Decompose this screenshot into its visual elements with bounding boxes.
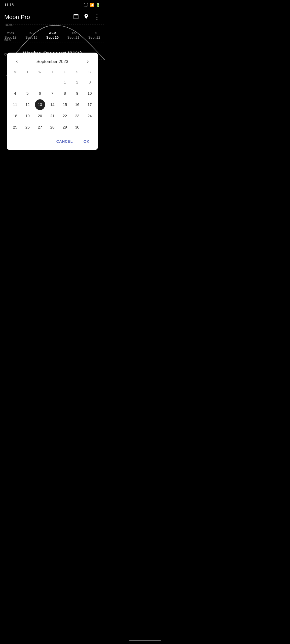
cal-day-25[interactable]: 25 xyxy=(10,122,20,133)
cal-day-empty xyxy=(85,122,95,133)
calendar-weekdays: M T W T F S S xyxy=(7,69,98,76)
cal-day-16[interactable]: 16 xyxy=(72,99,82,110)
cal-weekday-w: W xyxy=(34,69,46,76)
cal-day-8[interactable]: 8 xyxy=(60,88,70,99)
ok-button[interactable]: OK xyxy=(79,137,94,146)
cal-weekday-f: F xyxy=(59,69,71,76)
cal-day-10[interactable]: 10 xyxy=(85,88,95,99)
cal-day-27[interactable]: 27 xyxy=(35,122,45,133)
cal-day-12[interactable]: 12 xyxy=(22,99,32,110)
cal-day-2[interactable]: 2 xyxy=(72,77,82,87)
cal-day-4[interactable]: 4 xyxy=(10,88,20,99)
cancel-button[interactable]: CANCEL xyxy=(52,137,77,146)
cal-weekday-s1: S xyxy=(71,69,83,76)
location-icon[interactable] xyxy=(83,13,89,21)
cal-day-1[interactable]: 1 xyxy=(60,77,70,87)
app-title: Moon Pro xyxy=(4,14,30,21)
cal-weekday-t1: T xyxy=(21,69,34,76)
cal-day-empty xyxy=(35,77,45,87)
calendar-header: September 2023 xyxy=(7,53,98,69)
cal-weekday-s2: S xyxy=(84,69,96,76)
cal-day-11[interactable]: 11 xyxy=(10,99,20,110)
cal-day-18[interactable]: 18 xyxy=(10,111,20,121)
header-icons: ⋮ xyxy=(73,13,101,21)
cal-day-empty xyxy=(22,77,32,87)
cal-day-19[interactable]: 19 xyxy=(22,111,32,121)
status-bar: 11:16 📶 🔋 xyxy=(0,0,105,10)
next-month-button[interactable] xyxy=(83,57,93,67)
cal-day-22[interactable]: 22 xyxy=(60,111,70,121)
cal-day-5[interactable]: 5 xyxy=(22,88,32,99)
battery-icon: 🔋 xyxy=(96,3,100,7)
cal-day-3[interactable]: 3 xyxy=(85,77,95,87)
prev-month-button[interactable] xyxy=(12,57,22,67)
cal-day-24[interactable]: 24 xyxy=(85,111,95,121)
cal-day-6[interactable]: 6 xyxy=(35,88,45,99)
cal-day-15[interactable]: 15 xyxy=(60,99,70,110)
cal-day-17[interactable]: 17 xyxy=(85,99,95,110)
cal-day-26[interactable]: 26 xyxy=(22,122,32,133)
cal-weekday-m: M xyxy=(9,69,21,76)
cal-day-14[interactable]: 14 xyxy=(47,99,57,110)
cal-day-21[interactable]: 21 xyxy=(47,111,57,121)
cal-day-28[interactable]: 28 xyxy=(47,122,57,133)
cal-day-7[interactable]: 7 xyxy=(47,88,57,99)
calendar-dialog: September 2023 M T W T F S S 12345678910… xyxy=(7,53,98,150)
cal-day-13[interactable]: 13 xyxy=(35,99,45,110)
cal-day-30[interactable]: 30 xyxy=(72,122,82,133)
wifi-icon: 📶 xyxy=(90,3,94,7)
status-time: 11:16 xyxy=(4,3,14,7)
cal-day-20[interactable]: 20 xyxy=(35,111,45,121)
cal-day-23[interactable]: 23 xyxy=(72,111,82,121)
minimize-icon xyxy=(84,3,88,7)
calendar-icon[interactable] xyxy=(73,13,79,21)
cal-day-29[interactable]: 29 xyxy=(60,122,70,133)
calendar-grid: 1234567891011121314151617181920212223242… xyxy=(7,77,98,135)
cal-day-empty xyxy=(47,77,57,87)
status-icons: 📶 🔋 xyxy=(84,3,100,7)
more-options-icon[interactable]: ⋮ xyxy=(93,14,101,21)
cal-weekday-t2: T xyxy=(46,69,59,76)
cal-day-empty xyxy=(10,77,20,87)
cal-day-9[interactable]: 9 xyxy=(72,88,82,99)
dialog-footer: CANCEL OK xyxy=(7,135,98,150)
calendar-month-label: September 2023 xyxy=(37,59,68,64)
